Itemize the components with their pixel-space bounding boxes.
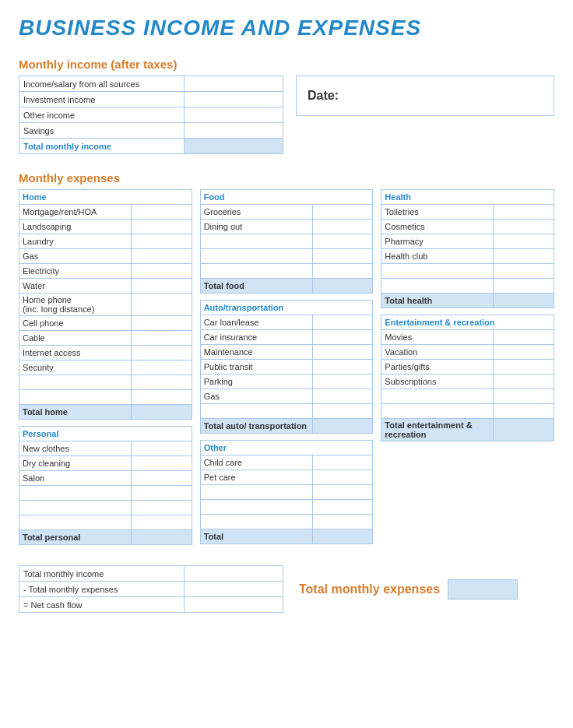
income-row-value[interactable] [184, 123, 283, 139]
summary-row-value[interactable] [184, 597, 283, 613]
exp-row-value[interactable] [494, 249, 554, 264]
exp-row-value[interactable] [494, 205, 554, 220]
exp-row-label [200, 234, 312, 249]
exp-row-value[interactable] [132, 294, 192, 316]
exp-row-value[interactable] [132, 279, 192, 294]
exp-row-value[interactable] [132, 456, 192, 471]
exp-total-value[interactable] [312, 419, 373, 434]
exp-row-value[interactable] [132, 234, 192, 249]
exp-row-value[interactable] [132, 316, 192, 331]
exp-row-value[interactable] [494, 375, 554, 389]
income-row-value[interactable] [184, 92, 283, 107]
exp-row-value[interactable] [494, 330, 554, 345]
exp-row-value[interactable] [494, 279, 554, 294]
exp-row-label [19, 515, 132, 530]
exp-row-label: Movies [381, 330, 494, 345]
exp-row-value[interactable] [494, 389, 554, 404]
expenses-section: Monthly expenses HomeMortgage/rent/HOALa… [19, 171, 554, 551]
exp-row-value[interactable] [494, 404, 554, 419]
exp-row-value[interactable] [312, 360, 373, 375]
expense-table-0-1: PersonalNew clothesDry cleaningSalonTota… [19, 426, 192, 545]
exp-row-value[interactable] [132, 220, 192, 234]
exp-row-value[interactable] [132, 331, 192, 346]
exp-row-value[interactable] [312, 330, 373, 345]
exp-total-value[interactable] [312, 279, 373, 294]
exp-row-label [381, 404, 494, 419]
exp-row-label: Mortgage/rent/HOA [19, 205, 132, 220]
exp-row-value[interactable] [132, 441, 192, 456]
exp-row-value[interactable] [312, 264, 373, 279]
exp-total-value[interactable] [132, 405, 192, 420]
exp-row-value[interactable] [132, 360, 192, 375]
exp-total-value[interactable] [132, 530, 192, 545]
exp-row-value[interactable] [494, 345, 554, 360]
exp-row-value[interactable] [132, 471, 192, 486]
expense-table-2-1: Entertainment & recreationMoviesVacation… [381, 315, 554, 441]
exp-row-value[interactable] [132, 515, 192, 530]
exp-row-value[interactable] [494, 234, 554, 249]
exp-row-label [19, 390, 132, 405]
expense-col-2: HealthToiletriesCosmeticsPharmacyHealth … [381, 189, 554, 551]
income-date-row: Income/salary from all sourcesInvestment… [19, 76, 554, 154]
exp-row-label: Cosmetics [381, 220, 494, 234]
exp-row-value[interactable] [312, 234, 373, 249]
summary-row-value[interactable] [184, 566, 283, 582]
exp-row-value[interactable] [132, 501, 192, 515]
exp-total-value[interactable] [494, 294, 554, 308]
exp-row-label: Laundry [19, 234, 132, 249]
exp-total-value[interactable] [312, 529, 373, 544]
exp-row-label: Parties/gifts [381, 360, 494, 375]
summary-row-value[interactable] [184, 582, 283, 597]
exp-row-value[interactable] [312, 389, 373, 404]
summary-row-label: - Total monthly expenses [19, 582, 185, 597]
exp-row-value[interactable] [312, 515, 373, 529]
exp-row-label: Groceries [200, 205, 312, 220]
exp-total-label: Total entertainment & recreation [381, 419, 494, 441]
exp-row-value[interactable] [312, 375, 373, 389]
exp-row-value[interactable] [132, 346, 192, 360]
exp-row-label: Health club [381, 249, 494, 264]
exp-row-label [200, 485, 312, 500]
exp-row-label [200, 515, 312, 529]
exp-row-label: Cell phone [19, 316, 132, 331]
exp-row-value[interactable] [132, 486, 192, 501]
income-row-value[interactable] [184, 139, 283, 154]
exp-row-label: New clothes [19, 441, 132, 456]
exp-row-value[interactable] [312, 404, 373, 419]
summary-table: Total monthly income- Total monthly expe… [19, 565, 283, 613]
exp-row-label: Cable [19, 331, 132, 346]
exp-row-label: Salon [19, 471, 132, 486]
income-row-value[interactable] [184, 76, 283, 92]
exp-row-value[interactable] [494, 264, 554, 279]
exp-total-label: Total food [200, 279, 312, 294]
income-row-label: Total monthly income [19, 139, 185, 154]
exp-row-value[interactable] [132, 390, 192, 405]
exp-row-label: Toiletries [381, 205, 494, 220]
exp-row-value[interactable] [312, 455, 373, 470]
exp-row-value[interactable] [312, 500, 373, 515]
exp-row-value[interactable] [312, 470, 373, 485]
exp-row-value[interactable] [132, 205, 192, 220]
exp-row-value[interactable] [312, 220, 373, 234]
exp-row-value[interactable] [132, 375, 192, 390]
total-expenses-value[interactable] [448, 579, 518, 600]
exp-row-value[interactable] [494, 220, 554, 234]
exp-row-label: Electricity [19, 264, 132, 279]
exp-total-value[interactable] [494, 419, 554, 441]
exp-row-label: Public transit [200, 360, 312, 375]
income-row-value[interactable] [184, 107, 283, 123]
exp-row-value[interactable] [132, 264, 192, 279]
exp-row-value[interactable] [312, 345, 373, 360]
exp-row-label: Pet care [200, 470, 312, 485]
exp-row-value[interactable] [494, 360, 554, 375]
exp-row-value[interactable] [312, 249, 373, 264]
exp-row-label: Car insurance [200, 330, 312, 345]
exp-row-value[interactable] [312, 205, 373, 220]
category-header: Health [381, 190, 554, 205]
exp-row-value[interactable] [312, 315, 373, 330]
exp-row-value[interactable] [132, 249, 192, 264]
exp-row-value[interactable] [312, 485, 373, 500]
exp-total-label: Total home [19, 405, 132, 420]
income-row-label: Other income [19, 107, 185, 123]
total-expenses-label: Total monthly expenses [299, 582, 440, 596]
